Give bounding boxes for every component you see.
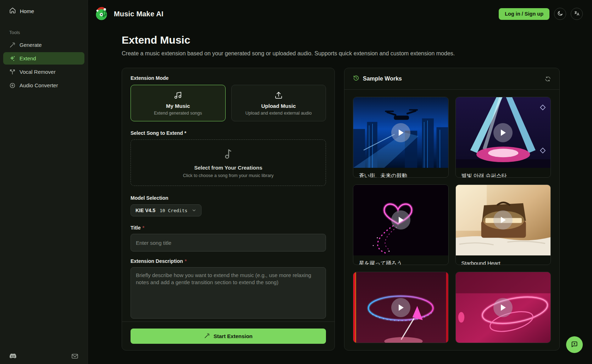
sample-info: 별빛 아래 슈퍼스타 2:28	[456, 168, 551, 178]
sample-card[interactable]: 별빛 아래 슈퍼스타 2:28	[455, 97, 551, 178]
sidebar: Home Tools Generate Extend Vocal Remov	[0, 0, 88, 364]
play-button[interactable]	[493, 210, 513, 230]
theme-toggle-button[interactable]	[554, 8, 566, 20]
start-extension-label: Start Extension	[214, 333, 253, 339]
sample-card[interactable]	[353, 272, 449, 343]
play-button[interactable]	[493, 123, 513, 142]
sidebar-item-label: Extend	[20, 55, 36, 61]
mode-subtitle: Extend generated songs	[134, 111, 222, 116]
login-signup-button[interactable]: Log in / Sign up	[499, 8, 549, 20]
sample-thumbnail-drone-city	[353, 97, 448, 168]
play-button[interactable]	[391, 210, 410, 230]
sample-thumbnail-suitcase	[456, 185, 551, 255]
wand-icon	[9, 42, 16, 48]
page-content: Extend Music Create a music extension ba…	[88, 28, 592, 351]
required-asterisk: *	[143, 225, 144, 231]
sample-title: 蒼い街、未来の鼓動	[359, 172, 443, 178]
feedback-chat-button[interactable]	[566, 336, 583, 353]
sample-works-panel: Sample Works	[344, 68, 560, 351]
history-clock-icon	[353, 75, 359, 83]
model-name: KIE V4.5	[135, 208, 155, 213]
model-credits: 10 Credits	[160, 208, 187, 213]
translate-icon	[574, 10, 580, 17]
mail-icon[interactable]	[71, 353, 78, 359]
home-icon	[9, 7, 16, 15]
extend-form-card: Extension Mode My Music Extend generated…	[122, 68, 335, 351]
sidebar-item-extend[interactable]: Extend	[3, 52, 84, 65]
sample-title: Starbound Heart	[461, 260, 545, 265]
sidebar-item-label: Generate	[20, 42, 42, 48]
sidebar-item-label: Audio Converter	[20, 82, 58, 88]
song-title-input[interactable]	[131, 234, 326, 252]
mode-title: My Music	[134, 103, 222, 109]
play-button[interactable]	[391, 123, 410, 142]
sparkles-icon	[9, 55, 16, 62]
sample-thumbnail-neon-heart	[353, 185, 448, 255]
chevron-down-icon	[192, 208, 197, 213]
mode-subtitle: Upload and extend external audio	[235, 111, 322, 116]
model-select-dropdown[interactable]: KIE V4.5 10 Credits	[131, 204, 201, 216]
title-label: Title*	[131, 225, 326, 231]
sample-card[interactable]: Starbound Heart 3:15	[455, 184, 551, 265]
top-actions: Log in / Sign up	[499, 8, 583, 20]
chat-plus-icon	[571, 341, 578, 349]
refresh-icon[interactable]	[545, 76, 551, 82]
select-song-dropzone[interactable]: Select from Your Creations Click to choo…	[131, 139, 326, 186]
columns: Extension Mode My Music Extend generated…	[122, 68, 560, 351]
mode-title: Upload Music	[235, 103, 322, 109]
brand[interactable]: Music Make AI	[94, 5, 164, 23]
sample-title: 별빛 아래 슈퍼스타	[461, 172, 545, 178]
sample-card[interactable]: 星を蹴って踊ろう 3:26	[353, 184, 449, 265]
music-note-icon	[222, 147, 234, 161]
extension-mode-options: My Music Extend generated songs Upload M…	[131, 85, 326, 121]
sample-works-header: Sample Works	[344, 68, 559, 90]
start-extension-button[interactable]: Start Extension	[131, 329, 326, 344]
sidebar-nav: Generate Extend Vocal Remover Audio Conv…	[0, 39, 88, 92]
sample-card[interactable]: 蒼い街、未来の鼓動 3:43	[353, 97, 449, 178]
description-label: Extension Description*	[131, 258, 326, 264]
select-song-label: Select Song to Extend *	[131, 130, 326, 136]
music-notes-icon	[134, 91, 222, 99]
sidebar-home-label: Home	[20, 8, 34, 14]
sample-thumbnail-neon-ring-rocket	[353, 272, 448, 343]
moon-icon	[557, 10, 563, 17]
extension-description-textarea[interactable]	[131, 267, 326, 319]
sample-works-title: Sample Works	[363, 76, 402, 82]
sample-works-grid: 蒼い街、未来の鼓動 3:43	[344, 90, 559, 350]
sidebar-item-vocal-remover[interactable]: Vocal Remover	[3, 66, 84, 78]
upload-icon	[235, 91, 322, 99]
top-bar: Music Make AI Log in / Sign up	[88, 0, 592, 28]
mode-option-upload-music[interactable]: Upload Music Upload and extend external …	[231, 85, 326, 121]
wand-icon	[204, 333, 210, 340]
select-song-subtitle: Click to choose a song from your music l…	[183, 173, 274, 178]
sidebar-item-generate[interactable]: Generate	[3, 39, 84, 51]
discord-icon[interactable]	[9, 353, 17, 359]
app-logo-icon	[94, 5, 111, 23]
app-root: Home Tools Generate Extend Vocal Remov	[0, 0, 592, 364]
sidebar-section-tools: Tools	[0, 15, 88, 39]
disc-icon	[9, 82, 16, 89]
sample-info: 星を蹴って踊ろう 3:26	[353, 255, 448, 265]
sample-thumbnail-stage-lights	[456, 97, 551, 168]
play-button[interactable]	[493, 298, 513, 317]
sample-info: 蒼い街、未来の鼓動 3:43	[353, 168, 448, 178]
sample-thumbnail-neon-rings	[456, 272, 551, 343]
sidebar-item-audio-converter[interactable]: Audio Converter	[3, 79, 84, 92]
sample-card[interactable]	[455, 272, 551, 343]
sidebar-item-home[interactable]: Home	[0, 0, 88, 15]
play-button[interactable]	[391, 298, 410, 317]
model-selection-label: Model Selection	[131, 195, 326, 201]
sidebar-footer	[0, 353, 88, 359]
page-title: Extend Music	[122, 34, 560, 46]
sample-title: 星を蹴って踊ろう	[359, 260, 443, 265]
select-song-title: Select from Your Creations	[194, 165, 262, 171]
mode-option-my-music[interactable]: My Music Extend generated songs	[131, 85, 226, 121]
language-toggle-button[interactable]	[571, 8, 583, 20]
app-title: Music Make AI	[114, 10, 164, 18]
sample-info: Starbound Heart 3:15	[456, 255, 551, 265]
main-area: Music Make AI Log in / Sign up Extend Mu…	[88, 0, 592, 364]
sidebar-item-label: Vocal Remover	[20, 69, 56, 75]
form-footer: Start Extension	[122, 321, 334, 350]
form-scroll-area[interactable]: Extension Mode My Music Extend generated…	[122, 68, 334, 321]
page-subtitle: Create a music extension based on your g…	[122, 50, 560, 57]
